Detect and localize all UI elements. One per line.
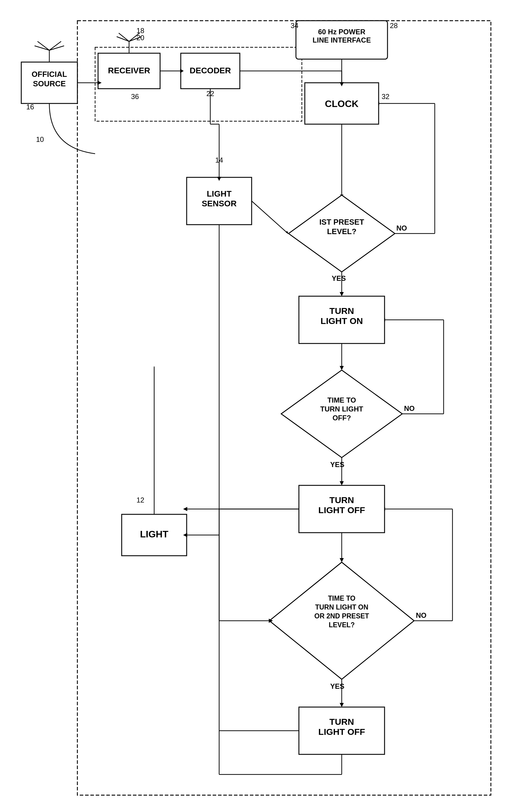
svg-text:NO: NO — [397, 224, 407, 232]
svg-line-10 — [49, 46, 64, 50]
svg-line-9 — [35, 46, 49, 50]
svg-text:34: 34 — [291, 22, 299, 29]
svg-marker-65 — [340, 366, 344, 370]
svg-text:TURN: TURN — [329, 717, 354, 727]
svg-text:SOURCE: SOURCE — [33, 79, 66, 88]
svg-text:TURN: TURN — [329, 495, 354, 505]
svg-marker-50 — [340, 194, 344, 196]
svg-text:OFFICIAL: OFFICIAL — [31, 70, 67, 79]
svg-text:36: 36 — [131, 92, 139, 101]
svg-text:RECEIVER: RECEIVER — [108, 66, 150, 75]
svg-text:20: 20 — [136, 34, 144, 42]
svg-text:LIGHT: LIGHT — [207, 189, 231, 198]
svg-text:TURN: TURN — [329, 306, 354, 316]
svg-text:TIME TO: TIME TO — [327, 396, 356, 404]
svg-text:18: 18 — [136, 27, 144, 35]
svg-text:LINE INTERFACE: LINE INTERFACE — [313, 36, 371, 44]
svg-line-7 — [38, 41, 49, 50]
svg-text:OFF?: OFF? — [333, 414, 351, 422]
svg-text:12: 12 — [136, 496, 144, 504]
svg-text:YES: YES — [330, 461, 344, 469]
svg-text:LIGHT: LIGHT — [140, 529, 168, 539]
svg-text:16: 16 — [26, 103, 34, 111]
svg-text:10: 10 — [36, 135, 44, 143]
svg-text:OR 2ND PRESET: OR 2ND PRESET — [314, 612, 369, 620]
svg-text:60 Hz POWER: 60 Hz POWER — [318, 28, 365, 36]
svg-line-51 — [252, 201, 288, 234]
svg-line-8 — [49, 41, 61, 50]
svg-text:YES: YES — [330, 682, 344, 690]
svg-text:LEVEL?: LEVEL? — [327, 227, 357, 236]
svg-marker-60 — [340, 292, 344, 296]
svg-line-14 — [119, 33, 129, 41]
svg-text:LIGHT OFF: LIGHT OFF — [318, 727, 365, 736]
svg-marker-77 — [340, 481, 344, 485]
svg-marker-85 — [183, 507, 187, 511]
svg-text:LIGHT ON: LIGHT ON — [320, 316, 363, 326]
svg-marker-91 — [340, 558, 344, 562]
svg-text:TURN LIGHT ON: TURN LIGHT ON — [315, 603, 368, 611]
svg-text:NO: NO — [416, 611, 427, 619]
svg-rect-0 — [77, 21, 491, 795]
svg-text:NO: NO — [404, 404, 415, 412]
svg-text:LEVEL?: LEVEL? — [329, 621, 355, 629]
diagram-container: OFFICIAL SOURCE 16 RECEIVER 18 20 DECODE… — [13, 12, 508, 804]
svg-text:IST PRESET: IST PRESET — [319, 217, 364, 227]
svg-text:YES: YES — [332, 274, 346, 282]
svg-line-16 — [117, 37, 129, 41]
svg-text:28: 28 — [390, 22, 398, 29]
svg-text:32: 32 — [382, 92, 390, 101]
svg-marker-104 — [340, 703, 344, 707]
svg-text:TIME TO: TIME TO — [328, 595, 356, 602]
svg-text:LIGHT OFF: LIGHT OFF — [318, 505, 365, 515]
svg-text:TURN LIGHT: TURN LIGHT — [320, 405, 363, 413]
svg-text:CLOCK: CLOCK — [325, 99, 359, 109]
svg-text:DECODER: DECODER — [189, 66, 231, 75]
svg-marker-92 — [269, 562, 414, 679]
svg-text:SENSOR: SENSOR — [202, 199, 236, 208]
